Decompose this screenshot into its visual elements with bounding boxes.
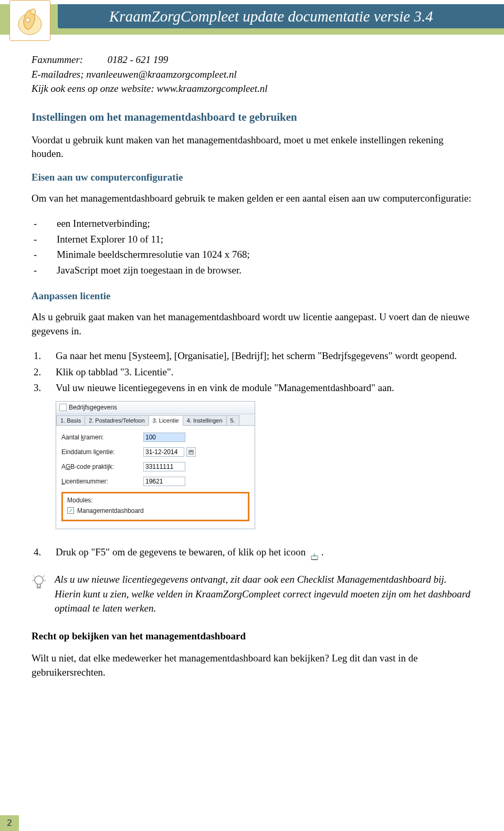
fax-value: 0182 - 621 199 xyxy=(108,54,169,65)
section-rights-body: Wilt u niet, dat elke medewerker het man… xyxy=(32,651,472,679)
form-area: Aantal kramen: Einddatum licentie: AGB-c… xyxy=(56,426,255,529)
steps-list: Ga naar het menu [Systeem], [Organisatie… xyxy=(32,349,472,396)
section-license-title: Aanpassen licentie xyxy=(32,290,472,302)
modules-label: Modules: xyxy=(67,497,244,504)
svg-point-1 xyxy=(30,9,36,14)
page-title: KraamZorgCompleet update documentatie ve… xyxy=(109,8,433,25)
tab-licentie[interactable]: 3. Licentie xyxy=(149,415,183,426)
licentienummer-input[interactable] xyxy=(143,477,185,486)
date-picker-button[interactable] xyxy=(186,447,196,457)
window-icon xyxy=(59,404,67,411)
window-title: Bedrijfsgegevens xyxy=(69,404,117,411)
step-4-text: Druk op "F5" om de gegevens te bewaren, … xyxy=(56,546,308,557)
section-settings-title: Instellingen om het managementdashboard … xyxy=(32,111,472,124)
module-checkbox-label: Managementdashboard xyxy=(77,507,144,514)
website-line: Kijk ook eens op onze website: www.kraam… xyxy=(32,81,472,96)
list-item: Minimale beeldschermresolutie van 1024 x… xyxy=(32,247,472,262)
tab-instellingen[interactable]: 4. Instellingen xyxy=(183,415,227,425)
email-line: E-mailadres; nvanleeuwen@kraamzorgcomple… xyxy=(32,67,472,82)
contact-block: Faxnummer: 0182 - 621 199 E-mailadres; n… xyxy=(32,52,472,96)
section-settings-intro: Voordat u gebruik kunt maken van het man… xyxy=(32,133,472,161)
svg-line-9 xyxy=(33,575,35,577)
tab-postadres[interactable]: 2. Postadres/Telefoon xyxy=(85,415,149,425)
einddatum-input[interactable] xyxy=(143,447,184,457)
module-checkbox[interactable]: ✓ xyxy=(67,507,74,514)
list-item: een Internetverbinding; xyxy=(32,216,472,231)
requirements-list: een Internetverbinding; Internet Explore… xyxy=(32,216,472,278)
window-frame: Bedrijfsgegevens 1. Basis 2. Postadres/T… xyxy=(56,401,255,529)
tip-text: Als u uw nieuwe licentiegegevens ontvang… xyxy=(55,572,472,616)
window-titlebar: Bedrijfsgegevens xyxy=(56,402,255,414)
aantal-kramen-input[interactable] xyxy=(143,433,185,442)
section-requirements-intro: Om van het managementdashboard gebruik t… xyxy=(32,192,472,206)
modules-box: Modules: ✓ Managementdashboard xyxy=(61,492,249,521)
embedded-screenshot: Bedrijfsgegevens 1. Basis 2. Postadres/T… xyxy=(56,401,472,529)
step-item: Klik op tabblad "3. Licentie". xyxy=(32,365,472,380)
tab-5[interactable]: 5. xyxy=(226,415,239,425)
header-bar: KraamZorgCompleet update documentatie ve… xyxy=(0,4,504,35)
einddatum-label: Einddatum licentie: xyxy=(61,448,143,456)
step-item: Vul uw nieuwe licentiegegevens in en vin… xyxy=(32,381,472,396)
step-4-tail: . xyxy=(321,546,324,557)
list-item: JavaScript moet zijn toegestaan in de br… xyxy=(32,262,472,278)
agb-input[interactable] xyxy=(143,462,185,471)
section-requirements-title: Eisen aan uw computerconfiguratie xyxy=(32,172,472,183)
svg-point-7 xyxy=(35,576,43,584)
aantal-kramen-label: Aantal kramen: xyxy=(61,434,143,441)
save-icon xyxy=(310,550,319,557)
svg-rect-3 xyxy=(189,450,193,454)
lightbulb-icon xyxy=(32,573,46,592)
step-item: Ga naar het menu [Systeem], [Organisatie… xyxy=(32,349,472,364)
licentienummer-label: Licentienummer: xyxy=(61,478,143,485)
tip-block: Als u uw nieuwe licentiegegevens ontvang… xyxy=(32,572,472,616)
step-4: Druk op "F5" om de gegevens te bewaren, … xyxy=(32,545,472,560)
svg-line-10 xyxy=(43,575,45,577)
page-number: 2 xyxy=(0,815,19,831)
tab-basis[interactable]: 1. Basis xyxy=(56,415,85,425)
fax-label: Faxnummer: xyxy=(32,52,105,67)
document-content: Faxnummer: 0182 - 621 199 E-mailadres; n… xyxy=(32,52,472,690)
agb-label: AGB-code praktijk: xyxy=(61,463,143,470)
logo-icon xyxy=(15,4,45,37)
list-item: Internet Explorer 10 of 11; xyxy=(32,232,472,247)
logo xyxy=(9,0,50,41)
tab-row: 1. Basis 2. Postadres/Telefoon 3. Licent… xyxy=(56,414,255,426)
calendar-icon xyxy=(188,449,194,455)
page-title-bar: KraamZorgCompleet update documentatie ve… xyxy=(58,4,504,28)
svg-point-2 xyxy=(26,18,30,22)
section-license-intro: Als u gebruik gaat maken van het managem… xyxy=(32,310,472,338)
section-rights-title: Recht op bekijken van het managementdash… xyxy=(32,630,472,642)
